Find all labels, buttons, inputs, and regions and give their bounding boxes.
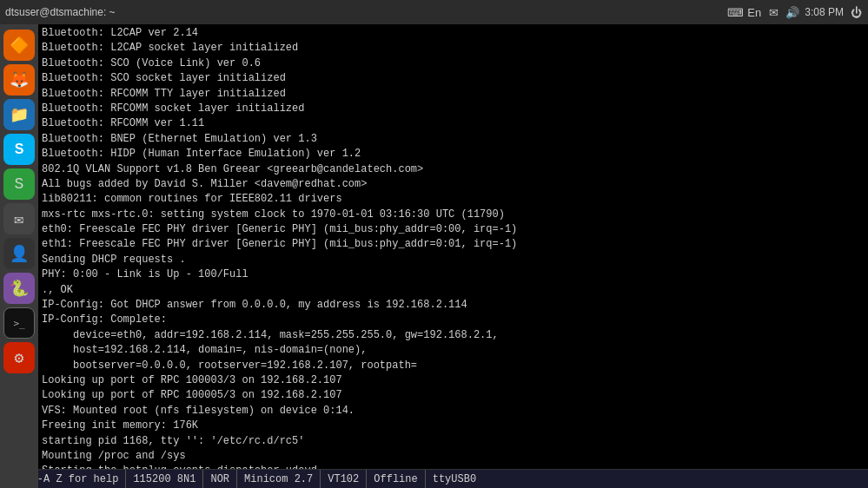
terminal-line: host=192.168.2.114, domain=, nis-domain=…: [42, 343, 865, 358]
taskbar-title: dtsuser@dtsmachine: ~: [5, 6, 116, 18]
python-icon[interactable]: 🐍: [3, 273, 35, 304]
statusbar-item-vt102: VT102: [321, 470, 367, 488]
taskbar: dtsuser@dtsmachine: ~ ⌨ En ✉ 🔊 3:08 PM ⏻: [0, 0, 868, 24]
statusbar-item-ttyusb0: ttyUSB0: [426, 470, 483, 488]
taskbar-tray: ⌨ En ✉ 🔊 3:08 PM ⏻: [728, 5, 863, 19]
language-icon[interactable]: En: [747, 5, 761, 19]
keyboard-icon[interactable]: ⌨: [728, 5, 742, 19]
volume-icon[interactable]: 🔊: [785, 5, 799, 19]
sidebar: 🔶 🦊 📁 S S ✉ 👤 🐍 >_ ⚙: [0, 24, 38, 488]
terminal-icon[interactable]: >_: [3, 307, 35, 339]
window-title: dtsuser@dtsmachine: ~: [5, 6, 116, 18]
firefox-icon[interactable]: 🦊: [3, 64, 35, 96]
statusbar-item-offline: Offline: [367, 470, 425, 488]
terminal-line: eth0: Freescale FEC PHY driver [Generic …: [42, 222, 865, 237]
terminal-line: eth1: Freescale FEC PHY driver [Generic …: [42, 237, 865, 252]
clock: 3:08 PM: [805, 6, 844, 18]
terminal-line: Sending DHCP requests .: [42, 253, 865, 267]
terminal-line: Bluetooth: BNEP (Ethernet Emulation) ver…: [42, 132, 865, 147]
ubuntu-icon[interactable]: 🔶: [3, 30, 35, 61]
terminal-line: lib80211: common routines for IEEE802.11…: [42, 192, 865, 207]
terminal-line: 802.1Q VLAN Support v1.8 Ben Greear <gre…: [42, 162, 865, 177]
terminal-line: Mounting /proc and /sys: [42, 449, 865, 464]
statusbar-item-115200-8n1: 115200 8N1: [126, 470, 203, 488]
terminal-line: All bugs added by David S. Miller <davem…: [42, 177, 865, 192]
power-icon[interactable]: ⏻: [849, 5, 863, 19]
terminal-line: ., OK: [42, 283, 865, 298]
system-tray: ⌨ En ✉ 🔊 3:08 PM ⏻: [728, 5, 863, 19]
files-icon[interactable]: 📁: [3, 99, 35, 130]
terminal-line: Looking up port of RPC 100003/3 on 192.1…: [42, 373, 865, 388]
terminal-line: Bluetooth: SCO socket layer initialized: [42, 71, 865, 86]
chat-icon[interactable]: S: [3, 168, 35, 200]
status-bar: CTRL-A Z for help115200 8N1NORMinicom 2.…: [0, 469, 868, 488]
terminal-line: device=eth0, addr=192.168.2.114, mask=25…: [42, 328, 865, 343]
terminal-line: Bluetooth: RFCOMM TTY layer initialized: [42, 87, 865, 102]
statusbar-item-minicom-2.7: Minicom 2.7: [237, 470, 321, 488]
terminal-line: IP-Config: Got DHCP answer from 0.0.0.0,…: [42, 298, 865, 313]
skype-icon[interactable]: S: [3, 134, 35, 165]
terminal-line: bootserver=0.0.0.0, rootserver=192.168.2…: [42, 359, 865, 373]
terminal-line: Bluetooth: RFCOMM socket layer initializ…: [42, 102, 865, 116]
mail-tray-icon[interactable]: ✉: [766, 5, 780, 19]
mail-icon[interactable]: ✉: [3, 203, 35, 234]
terminal-line: Bluetooth: L2CAP socket layer initialize…: [42, 41, 865, 56]
terminal-line: Bluetooth: SCO (Voice Link) ver 0.6: [42, 56, 865, 71]
contacts-icon[interactable]: 👤: [3, 238, 35, 269]
terminal-line: PHY: 0:00 - Link is Up - 100/Full: [42, 267, 865, 282]
terminal-line: Looking up port of RPC 100005/3 on 192.1…: [42, 388, 865, 403]
statusbar-item-nor: NOR: [203, 470, 237, 488]
terminal-area[interactable]: Bluetooth: L2CAP ver 2.14Bluetooth: L2CA…: [38, 24, 868, 469]
terminal-line: Bluetooth: RFCOMM ver 1.11: [42, 116, 865, 131]
terminal-line: Bluetooth: L2CAP ver 2.14: [42, 26, 865, 41]
terminal-line: VFS: Mounted root (nfs filesystem) on de…: [42, 404, 865, 419]
terminal-line: Bluetooth: HIDP (Human Interface Emulati…: [42, 147, 865, 162]
settings-icon[interactable]: ⚙: [3, 342, 35, 373]
terminal-line: starting pid 1168, tty '': '/etc/rc.d/rc…: [42, 434, 865, 449]
terminal-line: IP-Config: Complete:: [42, 313, 865, 327]
terminal-line: Freeing init memory: 176K: [42, 419, 865, 433]
terminal-line: mxs-rtc mxs-rtc.0: setting system clock …: [42, 208, 865, 222]
